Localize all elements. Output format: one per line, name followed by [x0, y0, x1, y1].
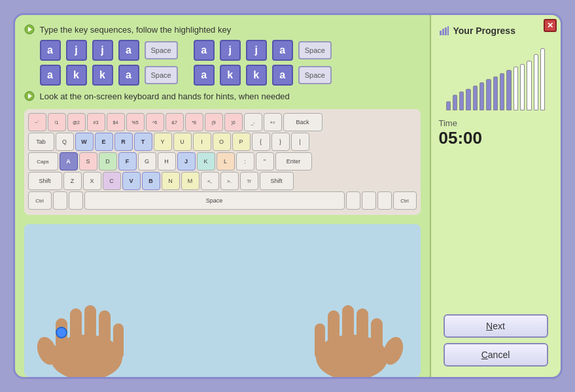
key-a2: a: [118, 40, 139, 61]
keyboard-container: ~` !1 @2 #3 $4 %5 ^6 &7 *8 (9 )0 _- += B…: [24, 109, 421, 215]
key-j4: j: [246, 40, 267, 61]
kb-key-c[interactable]: C: [103, 172, 121, 190]
kb-key-minus[interactable]: _-: [244, 113, 262, 131]
kb-key-8[interactable]: *8: [185, 113, 203, 131]
svg-rect-16: [328, 310, 340, 356]
kb-key-i[interactable]: I: [193, 133, 211, 151]
hands-area: [24, 224, 421, 377]
progress-bar-14: [540, 48, 545, 110]
kb-key-period[interactable]: >.: [220, 172, 239, 190]
kb-key-m[interactable]: M: [181, 172, 200, 190]
kb-key-h[interactable]: H: [158, 152, 176, 171]
key-j2: j: [92, 40, 113, 61]
kb-key-menu[interactable]: [377, 191, 392, 210]
kb-key-w[interactable]: W: [75, 133, 94, 151]
kb-key-plus[interactable]: +=: [264, 113, 282, 131]
kb-key-tab[interactable]: Tab: [28, 133, 54, 151]
kb-key-b[interactable]: B: [142, 172, 160, 190]
key-a6: a: [118, 65, 139, 86]
kb-key-j[interactable]: J: [177, 152, 196, 171]
kb-key-rctrl[interactable]: Ctrl: [393, 191, 417, 210]
svg-rect-6: [70, 308, 82, 357]
kb-key-backslash[interactable]: |: [291, 133, 309, 151]
close-button[interactable]: ✕: [544, 19, 557, 32]
kb-key-p[interactable]: P: [232, 133, 251, 151]
kb-key-ralt[interactable]: [346, 191, 360, 210]
kb-key-lshift[interactable]: Shift: [28, 172, 62, 190]
kb-key-slash[interactable]: ?/: [240, 172, 258, 190]
progress-bar-6: [486, 79, 491, 110]
kb-key-space[interactable]: Space: [84, 191, 345, 210]
kb-key-back[interactable]: Back: [283, 113, 322, 131]
key-a1: a: [40, 40, 61, 61]
kb-key-1[interactable]: !1: [48, 113, 66, 131]
kb-key-rbracket[interactable]: }: [271, 133, 290, 151]
cancel-label: Cancel: [481, 350, 510, 360]
kb-key-d[interactable]: D: [99, 152, 117, 171]
svg-point-11: [56, 327, 67, 338]
key-a5: a: [40, 65, 61, 86]
play-icon2[interactable]: [24, 91, 35, 101]
kb-key-n[interactable]: N: [162, 172, 180, 190]
kb-key-7[interactable]: &7: [166, 113, 184, 131]
kb-key-k[interactable]: K: [197, 152, 215, 171]
chart-icon: [439, 25, 449, 36]
play-icon1[interactable]: [24, 24, 35, 35]
kb-key-g[interactable]: G: [138, 152, 156, 171]
kb-key-t[interactable]: T: [134, 133, 152, 151]
cancel-button[interactable]: Cancel: [444, 343, 548, 367]
kb-key-u[interactable]: U: [173, 133, 192, 151]
kb-key-f[interactable]: F: [118, 152, 137, 171]
kb-key-comma[interactable]: <,: [201, 172, 219, 190]
seq-group2: a j j a Space: [194, 40, 332, 61]
kb-key-a[interactable]: A: [60, 152, 78, 171]
kb-key-lwin[interactable]: [53, 191, 67, 210]
svg-rect-21: [445, 27, 447, 35]
instruction2-text: Look at the on-screen keyboard and hands…: [40, 91, 290, 101]
progress-bar-10: [514, 67, 518, 110]
progress-chart: [444, 41, 548, 113]
instruction1-row: Type the key sequences, follow the highl…: [24, 24, 421, 35]
key-a8: a: [272, 65, 293, 86]
kb-row-qwerty: Tab Q W E R T Y U I O P { } |: [28, 133, 417, 151]
kb-key-q[interactable]: Q: [56, 133, 74, 151]
kb-key-l[interactable]: L: [217, 152, 235, 171]
svg-rect-9: [113, 323, 124, 359]
kb-key-caps[interactable]: Caps: [28, 152, 58, 171]
kb-key-6[interactable]: ^6: [146, 113, 164, 131]
kb-key-y[interactable]: Y: [154, 133, 172, 151]
kb-key-quote[interactable]: ": [256, 152, 274, 171]
svg-rect-7: [84, 305, 96, 356]
key-a7: a: [194, 65, 215, 86]
seq-row1: a j j a Space a j j a Space: [40, 40, 421, 61]
kb-key-2[interactable]: @2: [67, 113, 86, 131]
kb-key-e[interactable]: E: [95, 133, 113, 151]
kb-key-z[interactable]: Z: [63, 172, 82, 190]
next-button[interactable]: Next: [444, 314, 548, 338]
kb-key-colon[interactable]: :: [236, 152, 254, 171]
kb-key-9[interactable]: (9: [205, 113, 223, 131]
kb-key-lctrl[interactable]: Ctrl: [28, 191, 52, 210]
space-box4: Space: [298, 66, 332, 84]
kb-key-lalt[interactable]: [69, 191, 83, 210]
time-label: Time: [439, 118, 483, 128]
kb-key-x[interactable]: X: [83, 172, 101, 190]
progress-bar-3: [466, 89, 470, 110]
kb-key-enter[interactable]: Enter: [275, 152, 312, 171]
kb-key-r[interactable]: R: [114, 133, 133, 151]
svg-rect-8: [99, 310, 111, 356]
kb-row-space: Ctrl Space Ctrl: [28, 191, 417, 210]
kb-key-o[interactable]: O: [213, 133, 231, 151]
kb-key-0[interactable]: )0: [224, 113, 243, 131]
kb-key-rshift[interactable]: Shift: [260, 172, 294, 190]
kb-key-lbracket[interactable]: {: [252, 133, 270, 151]
kb-key-rwin[interactable]: [362, 191, 376, 210]
kb-key-5[interactable]: %5: [126, 113, 145, 131]
kb-key-v[interactable]: V: [122, 172, 141, 190]
kb-key-4[interactable]: $4: [107, 113, 125, 131]
space-box1: Space: [145, 41, 178, 59]
kb-key-tilde[interactable]: ~`: [28, 113, 46, 131]
kb-key-3[interactable]: #3: [87, 113, 105, 131]
key-k1: k: [66, 65, 87, 86]
kb-key-s[interactable]: S: [79, 152, 97, 171]
